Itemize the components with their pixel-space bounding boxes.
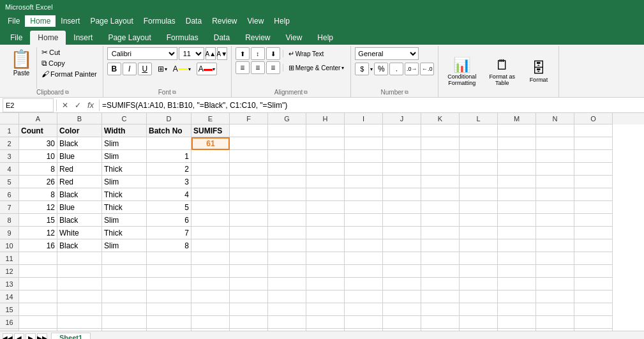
cell-e5[interactable] [191, 176, 230, 188]
cell-f2[interactable] [230, 137, 268, 150]
tab-home[interactable]: Home [30, 31, 66, 45]
cell-j6[interactable] [383, 188, 421, 201]
cell-l10[interactable] [460, 239, 498, 252]
col-header-b[interactable]: B [57, 113, 102, 124]
row-header-8[interactable]: 8 [0, 214, 19, 227]
cell-h15[interactable] [306, 303, 345, 316]
cell-c2[interactable]: Slim [102, 137, 147, 150]
cell-i6[interactable] [345, 188, 383, 201]
cell-b5[interactable]: Red [57, 176, 102, 188]
cell-o9[interactable] [574, 227, 613, 239]
cell-h2[interactable] [306, 137, 345, 150]
cell-o15[interactable] [574, 303, 613, 316]
cell-l1[interactable] [460, 124, 498, 137]
cell-d16[interactable] [147, 316, 191, 329]
cell-g16[interactable] [268, 316, 306, 329]
row-header-1[interactable]: 1 [0, 124, 19, 137]
cell-d6[interactable]: 4 [147, 188, 191, 201]
cell-n1[interactable] [536, 124, 574, 137]
cell-k13[interactable] [421, 278, 460, 290]
cell-g11[interactable] [268, 252, 306, 265]
cell-n15[interactable] [536, 303, 574, 316]
menu-view[interactable]: View [243, 15, 269, 27]
cell-e6[interactable] [191, 188, 230, 201]
bold-button[interactable]: B [107, 63, 121, 75]
align-middle-button[interactable]: ↕ [251, 47, 265, 60]
cell-g1[interactable] [268, 124, 306, 137]
cell-d1[interactable]: Batch No [147, 124, 191, 137]
cell-c14[interactable] [102, 290, 147, 303]
cell-h1[interactable] [306, 124, 345, 137]
cell-b7[interactable]: Blue [57, 201, 102, 214]
cell-e10[interactable] [191, 239, 230, 252]
sheet-nav-next-button[interactable]: ▶ [26, 333, 36, 340]
cell-l9[interactable] [460, 227, 498, 239]
row-header-2[interactable]: 2 [0, 137, 19, 150]
cell-m11[interactable] [498, 252, 536, 265]
cell-n6[interactable] [536, 188, 574, 201]
cell-k6[interactable] [421, 188, 460, 201]
cell-i12[interactable] [345, 265, 383, 278]
cell-j1[interactable] [383, 124, 421, 137]
cell-g15[interactable] [268, 303, 306, 316]
cell-a10[interactable]: 16 [19, 239, 57, 252]
cut-button[interactable]: ✂ Cut [40, 47, 99, 57]
paste-button[interactable]: 📋 Paste [6, 47, 37, 89]
cell-h14[interactable] [306, 290, 345, 303]
cell-h9[interactable] [306, 227, 345, 239]
menu-page-layout[interactable]: Page Layout [85, 15, 138, 27]
cell-j12[interactable] [383, 265, 421, 278]
align-center-button[interactable]: ≡ [251, 61, 265, 74]
tab-help[interactable]: Help [310, 31, 341, 45]
row-header-5[interactable]: 5 [0, 176, 19, 188]
row-header-3[interactable]: 3 [0, 150, 19, 163]
cell-o3[interactable] [574, 150, 613, 163]
cell-a15[interactable] [19, 303, 57, 316]
cell-h5[interactable] [306, 176, 345, 188]
cell-m7[interactable] [498, 201, 536, 214]
cell-g12[interactable] [268, 265, 306, 278]
tab-insert[interactable]: Insert [66, 31, 100, 45]
cell-i10[interactable] [345, 239, 383, 252]
cell-c17[interactable] [102, 329, 147, 331]
cell-i4[interactable] [345, 163, 383, 176]
cell-d7[interactable]: 5 [147, 201, 191, 214]
sheet-nav-first-button[interactable]: ◀◀ [3, 333, 13, 340]
cell-m3[interactable] [498, 150, 536, 163]
cell-k14[interactable] [421, 290, 460, 303]
cell-e3[interactable] [191, 150, 230, 163]
wrap-text-button[interactable]: ↵ Wrap Text [286, 47, 327, 60]
cell-k9[interactable] [421, 227, 460, 239]
cell-f6[interactable] [230, 188, 268, 201]
cell-f12[interactable] [230, 265, 268, 278]
increase-decimal-button[interactable]: .0→ [405, 63, 419, 75]
cell-c9[interactable]: Thick [102, 227, 147, 239]
row-header-17[interactable]: 17 [0, 329, 19, 331]
cell-h3[interactable] [306, 150, 345, 163]
menu-file[interactable]: File [3, 15, 25, 27]
cell-c3[interactable]: Slim [102, 150, 147, 163]
cell-i17[interactable] [345, 329, 383, 331]
cell-j9[interactable] [383, 227, 421, 239]
cell-f1[interactable] [230, 124, 268, 137]
cell-b3[interactable]: Blue [57, 150, 102, 163]
cell-o7[interactable] [574, 201, 613, 214]
col-header-l[interactable]: L [460, 113, 498, 124]
cell-f16[interactable] [230, 316, 268, 329]
thousands-button[interactable]: , [389, 63, 403, 75]
cell-o8[interactable] [574, 214, 613, 227]
cell-l16[interactable] [460, 316, 498, 329]
cell-f7[interactable] [230, 201, 268, 214]
cell-j17[interactable] [383, 329, 421, 331]
clipboard-expand-icon[interactable]: ⧉ [65, 89, 69, 96]
cell-l2[interactable] [460, 137, 498, 150]
cell-k11[interactable] [421, 252, 460, 265]
cell-l6[interactable] [460, 188, 498, 201]
cell-c16[interactable] [102, 316, 147, 329]
cell-c12[interactable] [102, 265, 147, 278]
menu-review[interactable]: Review [207, 15, 242, 27]
cell-g9[interactable] [268, 227, 306, 239]
cell-e12[interactable] [191, 265, 230, 278]
cell-d12[interactable] [147, 265, 191, 278]
cell-a14[interactable] [19, 290, 57, 303]
